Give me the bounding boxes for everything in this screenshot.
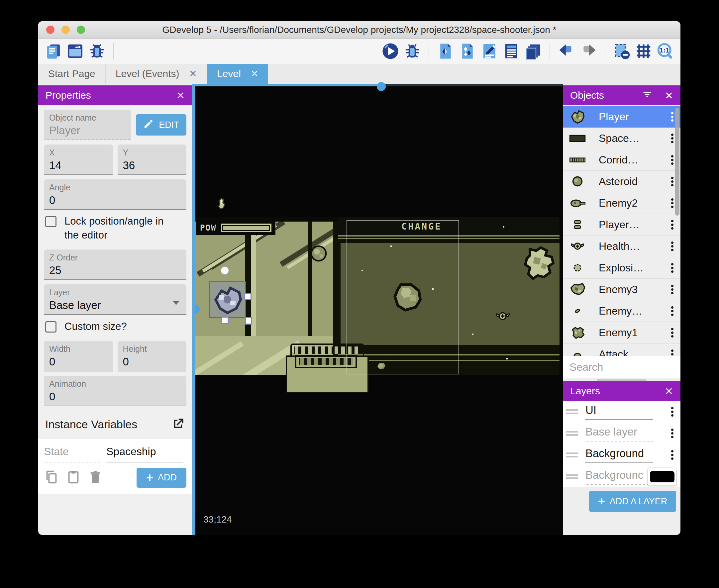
close-icon[interactable]: ✕ [176, 90, 185, 101]
undo-icon[interactable] [557, 42, 576, 61]
add-variable-button[interactable]: + ADD [136, 468, 186, 488]
z-order-field[interactable]: Z Order 25 [44, 250, 186, 280]
tab-start-page[interactable]: Start Page [38, 64, 106, 84]
angle-field[interactable]: Angle 0 [44, 180, 186, 210]
animation-field[interactable]: Animation 0 [44, 376, 186, 406]
objects-editor-icon[interactable] [436, 42, 455, 61]
object-menu-icon[interactable] [668, 348, 676, 356]
x-field[interactable]: X 14 [44, 145, 113, 175]
layer-color-swatch[interactable] [648, 468, 676, 486]
scene-editor-canvas[interactable]: POW CHANGE [192, 84, 563, 535]
resize-handle-bottom-right[interactable] [245, 317, 252, 324]
variable-value-field[interactable]: Spaceship [106, 444, 184, 462]
object-menu-icon[interactable] [668, 218, 676, 231]
objects-scrollbar[interactable] [675, 108, 679, 216]
player-ship-icon [569, 108, 586, 125]
objects-list: Player Space… Corrid… Asteroid Enemy2 Pl… [563, 106, 680, 356]
layer-item-background[interactable]: Background [563, 444, 680, 466]
preview-window-icon[interactable] [65, 42, 85, 61]
drag-handle-icon[interactable] [566, 407, 579, 416]
toolbar-divider [605, 43, 605, 60]
open-in-new-icon[interactable] [171, 417, 185, 432]
close-icon[interactable]: ✕ [251, 68, 258, 79]
object-item-enemy2[interactable]: Enemy2 [563, 192, 680, 214]
object-item-enemy3[interactable]: Enemy3 [563, 279, 680, 300]
object-menu-icon[interactable] [668, 327, 676, 339]
window-mask-icon[interactable] [612, 42, 631, 61]
variable-name-field[interactable]: State [44, 444, 100, 462]
y-field[interactable]: Y 36 [118, 145, 187, 175]
camera-edge-handle-top[interactable] [377, 82, 386, 91]
close-window-button[interactable] [46, 26, 55, 34]
instances-list-icon[interactable] [502, 42, 521, 61]
object-item-player[interactable]: Player [563, 106, 680, 128]
object-menu-icon[interactable] [668, 305, 676, 317]
object-item-explosi[interactable]: Explosi… [563, 257, 680, 279]
object-menu-icon[interactable] [668, 284, 676, 296]
copy-icon[interactable] [44, 469, 59, 486]
debugger-icon[interactable] [87, 42, 107, 61]
rotate-handle[interactable] [220, 267, 229, 275]
height-field[interactable]: Height 0 [118, 341, 187, 372]
object-item-health[interactable]: Health… [563, 235, 680, 257]
enemy3-ship-icon [569, 281, 586, 298]
width-field[interactable]: Width 0 [44, 341, 113, 372]
project-manager-icon[interactable] [44, 42, 63, 61]
health-pickup-instance[interactable] [492, 307, 514, 325]
drag-handle-icon[interactable] [566, 472, 579, 481]
drag-handle-icon[interactable] [566, 429, 579, 438]
minimize-window-button[interactable] [61, 26, 70, 34]
scene-properties-icon[interactable] [480, 42, 499, 61]
layer-item-backgrounc[interactable]: Backgrounc [563, 466, 680, 487]
debug-icon[interactable] [403, 42, 422, 61]
custom-size-checkbox[interactable] [45, 321, 57, 333]
object-menu-icon[interactable] [668, 240, 676, 252]
layers-editor-icon[interactable] [524, 42, 543, 61]
paste-icon[interactable] [66, 469, 81, 486]
resize-handle-bottom-left[interactable] [221, 317, 229, 324]
object-item-space[interactable]: Space… [563, 128, 680, 149]
edit-object-button[interactable]: EDIT [136, 114, 186, 135]
add-layer-button[interactable]: + ADD A LAYER [589, 491, 676, 512]
debris-instance[interactable] [215, 194, 229, 213]
selected-background-frame[interactable] [346, 220, 459, 374]
filter-icon[interactable] [641, 89, 653, 102]
layer-item-ui[interactable]: UI [563, 401, 680, 423]
toolbar-divider [429, 43, 429, 60]
redo-icon[interactable] [579, 42, 598, 61]
object-groups-icon[interactable] [458, 42, 477, 61]
object-item-enemy1[interactable]: Enemy1 [563, 322, 680, 343]
object-item-player[interactable]: Player… [563, 214, 680, 235]
lock-position-checkbox[interactable] [45, 216, 57, 227]
cursor-coordinates: 33;124 [203, 514, 232, 525]
asteroid-instance-small[interactable] [308, 243, 329, 264]
objects-header: Objects ✕ [563, 85, 680, 105]
drag-handle-icon[interactable] [566, 451, 579, 459]
play-icon[interactable] [381, 42, 400, 61]
grid-icon[interactable] [634, 42, 653, 61]
tab-level-events[interactable]: Level (Events)✕ [106, 64, 207, 84]
tab-level[interactable]: Level✕ [207, 64, 268, 84]
object-item-enemy[interactable]: Enemy… [563, 300, 680, 322]
close-icon[interactable]: ✕ [665, 385, 673, 397]
object-item-asteroid[interactable]: Asteroid [563, 171, 680, 192]
layer-item-base-layer[interactable]: Base layer [563, 423, 680, 444]
layer-select[interactable]: Layer Base layer [44, 285, 186, 315]
close-icon[interactable]: ✕ [189, 68, 197, 79]
layer-menu-icon[interactable] [668, 449, 676, 461]
object-menu-icon[interactable] [668, 262, 676, 274]
player-instance-selected[interactable] [209, 281, 246, 318]
canvas-border-top [192, 84, 382, 86]
resize-handle-right[interactable] [244, 293, 252, 300]
zoom-window-button[interactable] [77, 26, 85, 34]
enemy-instance[interactable] [518, 245, 560, 282]
layer-menu-icon[interactable] [668, 427, 676, 440]
zoom-1-1-icon[interactable]: 1:1 [656, 42, 675, 61]
search-input[interactable] [569, 361, 680, 374]
trash-icon[interactable] [88, 469, 103, 486]
attack-icon [569, 345, 586, 356]
object-item-corrid[interactable]: Corrid… [563, 149, 680, 171]
close-icon[interactable]: ✕ [665, 90, 673, 101]
object-item-attack[interactable]: Attack… [563, 343, 680, 356]
layer-menu-icon[interactable] [668, 406, 676, 418]
